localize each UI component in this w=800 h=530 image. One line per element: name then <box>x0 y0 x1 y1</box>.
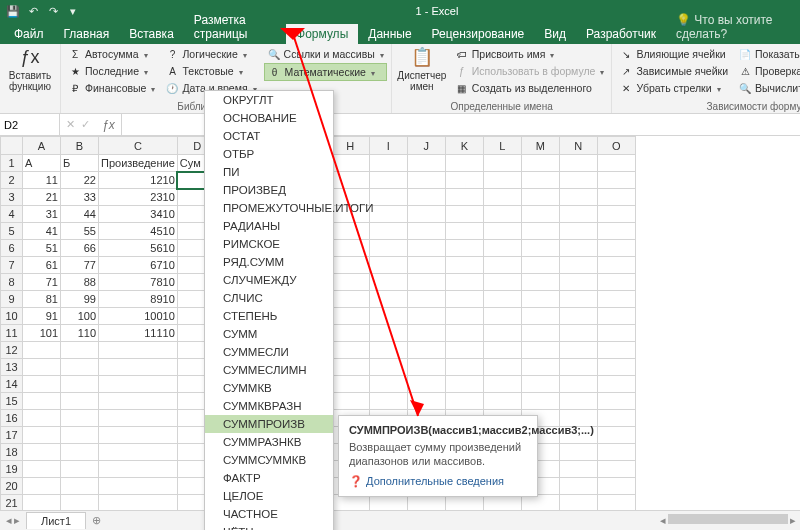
dropdown-item[interactable]: СУММКВРАЗН <box>205 397 333 415</box>
cell[interactable] <box>521 291 559 308</box>
cell[interactable] <box>559 325 597 342</box>
dropdown-item[interactable]: ПИ <box>205 163 333 181</box>
cell[interactable] <box>445 393 483 410</box>
cell[interactable] <box>483 342 521 359</box>
tab-file[interactable]: Файл <box>4 24 54 44</box>
column-header[interactable]: H <box>331 137 369 155</box>
cell[interactable] <box>559 376 597 393</box>
cell[interactable] <box>597 223 635 240</box>
cell[interactable]: 4510 <box>99 223 178 240</box>
cell[interactable] <box>407 393 445 410</box>
create-from-selection-button[interactable]: ▦Создать из выделенного <box>452 80 608 96</box>
cell[interactable] <box>521 393 559 410</box>
cell[interactable] <box>597 359 635 376</box>
cell[interactable] <box>407 223 445 240</box>
cell[interactable] <box>61 444 99 461</box>
cell[interactable]: 66 <box>61 240 99 257</box>
cell[interactable]: Б <box>61 155 99 172</box>
cell[interactable] <box>331 495 369 511</box>
row-header[interactable]: 3 <box>1 189 23 206</box>
math-button[interactable]: θМатематические <box>264 63 387 81</box>
row-header[interactable]: 8 <box>1 274 23 291</box>
horizontal-scroll[interactable]: ◂▸ <box>656 514 800 527</box>
cell[interactable] <box>445 240 483 257</box>
cell[interactable] <box>559 461 597 478</box>
show-formulas-button[interactable]: 📄Показать формулы <box>735 46 800 62</box>
dropdown-item[interactable]: СУММСУММКВ <box>205 451 333 469</box>
sheet-tab[interactable]: Лист1 <box>26 512 86 529</box>
cell[interactable] <box>597 444 635 461</box>
row-header[interactable]: 12 <box>1 342 23 359</box>
fx-button[interactable]: ƒx <box>96 114 122 135</box>
sheet-nav[interactable]: ◂▸ <box>0 514 26 527</box>
cell[interactable]: Произведение <box>99 155 178 172</box>
cell[interactable] <box>521 342 559 359</box>
cell[interactable] <box>23 393 61 410</box>
cell[interactable] <box>521 172 559 189</box>
cell[interactable] <box>407 359 445 376</box>
cell[interactable] <box>331 274 369 291</box>
cell[interactable] <box>483 359 521 376</box>
cell[interactable] <box>369 172 407 189</box>
text-button[interactable]: AТекстовые <box>162 63 259 79</box>
cell[interactable] <box>483 155 521 172</box>
cell[interactable] <box>61 376 99 393</box>
cell[interactable] <box>23 342 61 359</box>
cell[interactable]: 1210 <box>99 172 178 189</box>
cell[interactable] <box>483 257 521 274</box>
cell[interactable]: 11 <box>23 172 61 189</box>
cell[interactable] <box>61 342 99 359</box>
cell[interactable]: 31 <box>23 206 61 223</box>
cell[interactable]: 91 <box>23 308 61 325</box>
cell[interactable] <box>407 325 445 342</box>
cell[interactable] <box>597 308 635 325</box>
cell[interactable] <box>369 495 407 511</box>
tell-me[interactable]: 💡 Что вы хотите сделать? <box>666 10 800 44</box>
dropdown-item[interactable]: ОКРУГЛТ <box>205 91 333 109</box>
row-header[interactable]: 16 <box>1 410 23 427</box>
row-header[interactable]: 17 <box>1 427 23 444</box>
redo-icon[interactable]: ↷ <box>46 4 60 18</box>
dropdown-item[interactable]: СУММПРОИЗВ <box>205 415 333 433</box>
cell[interactable] <box>521 308 559 325</box>
dropdown-item[interactable]: РАДИАНЫ <box>205 217 333 235</box>
cell[interactable] <box>23 376 61 393</box>
remove-arrows-button[interactable]: ✕Убрать стрелки <box>616 80 731 96</box>
cell[interactable]: 41 <box>23 223 61 240</box>
cell[interactable] <box>445 359 483 376</box>
cell[interactable] <box>483 495 521 511</box>
cell[interactable] <box>559 223 597 240</box>
tooltip-help-link[interactable]: Дополнительные сведения <box>349 475 527 488</box>
dropdown-item[interactable]: СЛУЧМЕЖДУ <box>205 271 333 289</box>
cell[interactable] <box>407 172 445 189</box>
dropdown-item[interactable]: СТЕПЕНЬ <box>205 307 333 325</box>
cell[interactable] <box>521 257 559 274</box>
cell[interactable] <box>369 189 407 206</box>
dropdown-item[interactable]: РИМСКОЕ <box>205 235 333 253</box>
cell[interactable] <box>597 240 635 257</box>
cell[interactable]: 55 <box>61 223 99 240</box>
row-header[interactable]: 11 <box>1 325 23 342</box>
trace-precedents-button[interactable]: ↘Влияющие ячейки <box>616 46 731 62</box>
cell[interactable] <box>445 274 483 291</box>
cell[interactable] <box>559 155 597 172</box>
cell[interactable] <box>559 393 597 410</box>
column-header[interactable]: K <box>445 137 483 155</box>
cell[interactable] <box>369 291 407 308</box>
row-header[interactable]: 5 <box>1 223 23 240</box>
cell[interactable] <box>331 257 369 274</box>
cell[interactable] <box>559 257 597 274</box>
cell[interactable] <box>483 308 521 325</box>
cell[interactable] <box>521 325 559 342</box>
cell[interactable] <box>331 223 369 240</box>
cell[interactable] <box>445 223 483 240</box>
cell[interactable] <box>483 325 521 342</box>
cell[interactable] <box>99 410 178 427</box>
cell[interactable] <box>23 444 61 461</box>
cell[interactable] <box>521 155 559 172</box>
logical-button[interactable]: ?Логические <box>162 46 259 62</box>
cell[interactable] <box>559 444 597 461</box>
name-box[interactable] <box>0 114 60 135</box>
cell[interactable] <box>559 206 597 223</box>
cell[interactable] <box>597 291 635 308</box>
